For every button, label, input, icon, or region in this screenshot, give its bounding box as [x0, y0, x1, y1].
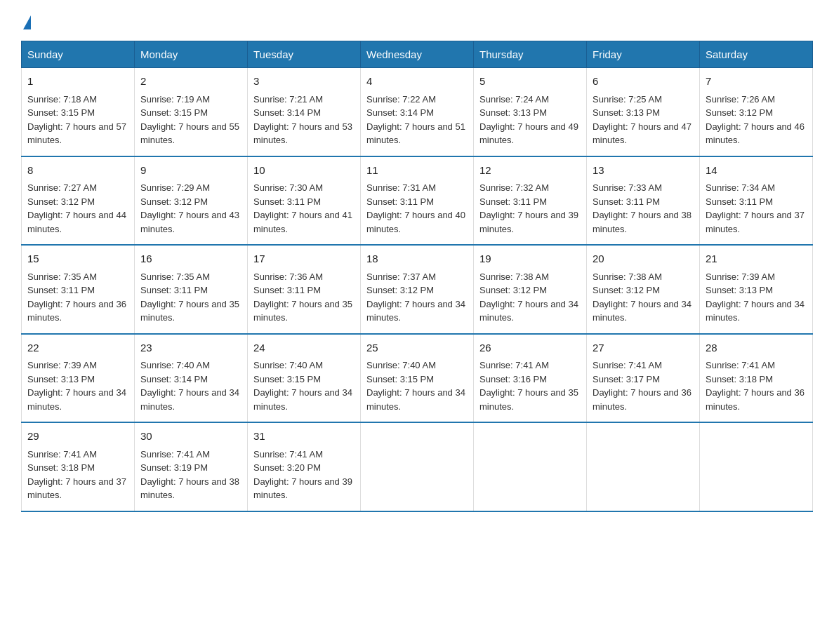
day-number: 12	[479, 163, 581, 179]
day-info: Sunrise: 7:36 AMSunset: 3:11 PMDaylight:…	[253, 271, 352, 323]
day-number: 18	[366, 251, 468, 267]
day-number: 17	[253, 251, 355, 267]
calendar-header-saturday: Saturday	[700, 41, 813, 68]
calendar-header-monday: Monday	[135, 41, 248, 68]
calendar-day-cell: 30 Sunrise: 7:41 AMSunset: 3:19 PMDaylig…	[135, 422, 248, 511]
calendar-day-cell: 10 Sunrise: 7:30 AMSunset: 3:11 PMDaylig…	[248, 156, 361, 246]
day-number: 19	[479, 251, 581, 267]
day-number: 28	[706, 340, 807, 356]
calendar-day-cell: 27 Sunrise: 7:41 AMSunset: 3:17 PMDaylig…	[587, 334, 700, 423]
day-info: Sunrise: 7:31 AMSunset: 3:11 PMDaylight:…	[366, 182, 465, 234]
calendar-day-cell: 15 Sunrise: 7:35 AMSunset: 3:11 PMDaylig…	[22, 245, 135, 334]
calendar-day-cell: 9 Sunrise: 7:29 AMSunset: 3:12 PMDayligh…	[135, 156, 248, 246]
day-info: Sunrise: 7:29 AMSunset: 3:12 PMDaylight:…	[140, 182, 239, 234]
calendar-day-cell: 26 Sunrise: 7:41 AMSunset: 3:16 PMDaylig…	[474, 334, 587, 423]
day-number: 31	[253, 429, 355, 445]
calendar-table: SundayMondayTuesdayWednesdayThursdayFrid…	[21, 41, 813, 512]
day-info: Sunrise: 7:41 AMSunset: 3:17 PMDaylight:…	[593, 360, 691, 412]
calendar-header-row: SundayMondayTuesdayWednesdayThursdayFrid…	[22, 41, 813, 68]
day-number: 14	[706, 163, 807, 179]
calendar-day-cell: 19 Sunrise: 7:38 AMSunset: 3:12 PMDaylig…	[474, 245, 587, 334]
day-number: 29	[27, 429, 128, 445]
calendar-day-cell: 14 Sunrise: 7:34 AMSunset: 3:11 PMDaylig…	[700, 156, 813, 246]
day-info: Sunrise: 7:38 AMSunset: 3:12 PMDaylight:…	[479, 271, 578, 323]
day-info: Sunrise: 7:21 AMSunset: 3:14 PMDaylight:…	[253, 94, 352, 146]
calendar-week-row: 1 Sunrise: 7:18 AMSunset: 3:15 PMDayligh…	[22, 68, 813, 156]
day-number: 6	[593, 74, 694, 90]
day-info: Sunrise: 7:41 AMSunset: 3:20 PMDaylight:…	[253, 449, 352, 501]
day-number: 9	[140, 163, 241, 179]
calendar-day-cell: 4 Sunrise: 7:22 AMSunset: 3:14 PMDayligh…	[361, 68, 474, 156]
day-info: Sunrise: 7:35 AMSunset: 3:11 PMDaylight:…	[27, 271, 126, 323]
day-info: Sunrise: 7:22 AMSunset: 3:14 PMDaylight:…	[366, 94, 465, 146]
day-number: 5	[479, 74, 581, 90]
day-number: 26	[479, 340, 581, 356]
day-number: 8	[27, 163, 128, 179]
calendar-day-cell	[587, 422, 700, 511]
calendar-day-cell: 5 Sunrise: 7:24 AMSunset: 3:13 PMDayligh…	[474, 68, 587, 156]
calendar-day-cell: 11 Sunrise: 7:31 AMSunset: 3:11 PMDaylig…	[361, 156, 474, 246]
day-info: Sunrise: 7:24 AMSunset: 3:13 PMDaylight:…	[479, 94, 578, 146]
calendar-day-cell: 28 Sunrise: 7:41 AMSunset: 3:18 PMDaylig…	[700, 334, 813, 423]
day-number: 23	[140, 340, 241, 356]
calendar-day-cell: 17 Sunrise: 7:36 AMSunset: 3:11 PMDaylig…	[248, 245, 361, 334]
calendar-day-cell: 2 Sunrise: 7:19 AMSunset: 3:15 PMDayligh…	[135, 68, 248, 156]
calendar-day-cell: 24 Sunrise: 7:40 AMSunset: 3:15 PMDaylig…	[248, 334, 361, 423]
calendar-header-friday: Friday	[587, 41, 700, 68]
calendar-day-cell	[700, 422, 813, 511]
calendar-day-cell: 1 Sunrise: 7:18 AMSunset: 3:15 PMDayligh…	[22, 68, 135, 156]
calendar-week-row: 22 Sunrise: 7:39 AMSunset: 3:13 PMDaylig…	[22, 334, 813, 423]
calendar-day-cell: 12 Sunrise: 7:32 AMSunset: 3:11 PMDaylig…	[474, 156, 587, 246]
day-info: Sunrise: 7:30 AMSunset: 3:11 PMDaylight:…	[253, 182, 352, 234]
day-number: 4	[366, 74, 468, 90]
day-info: Sunrise: 7:41 AMSunset: 3:18 PMDaylight:…	[706, 360, 805, 412]
calendar-day-cell: 22 Sunrise: 7:39 AMSunset: 3:13 PMDaylig…	[22, 334, 135, 423]
calendar-day-cell: 20 Sunrise: 7:38 AMSunset: 3:12 PMDaylig…	[587, 245, 700, 334]
day-number: 22	[27, 340, 128, 356]
calendar-day-cell	[361, 422, 474, 511]
day-number: 1	[27, 74, 128, 90]
day-info: Sunrise: 7:32 AMSunset: 3:11 PMDaylight:…	[479, 182, 578, 234]
calendar-day-cell: 18 Sunrise: 7:37 AMSunset: 3:12 PMDaylig…	[361, 245, 474, 334]
calendar-day-cell: 13 Sunrise: 7:33 AMSunset: 3:11 PMDaylig…	[587, 156, 700, 246]
day-number: 11	[366, 163, 468, 179]
day-info: Sunrise: 7:39 AMSunset: 3:13 PMDaylight:…	[706, 271, 805, 323]
calendar-week-row: 15 Sunrise: 7:35 AMSunset: 3:11 PMDaylig…	[22, 245, 813, 334]
logo-triangle-icon	[23, 15, 31, 29]
page-header	[21, 14, 813, 29]
calendar-day-cell: 6 Sunrise: 7:25 AMSunset: 3:13 PMDayligh…	[587, 68, 700, 156]
day-info: Sunrise: 7:41 AMSunset: 3:18 PMDaylight:…	[27, 449, 126, 501]
day-info: Sunrise: 7:35 AMSunset: 3:11 PMDaylight:…	[140, 271, 239, 323]
day-number: 21	[706, 251, 807, 267]
calendar-day-cell	[474, 422, 587, 511]
calendar-day-cell: 7 Sunrise: 7:26 AMSunset: 3:12 PMDayligh…	[700, 68, 813, 156]
calendar-header-thursday: Thursday	[474, 41, 587, 68]
day-info: Sunrise: 7:26 AMSunset: 3:12 PMDaylight:…	[706, 94, 805, 146]
day-info: Sunrise: 7:27 AMSunset: 3:12 PMDaylight:…	[27, 182, 126, 234]
calendar-day-cell: 21 Sunrise: 7:39 AMSunset: 3:13 PMDaylig…	[700, 245, 813, 334]
day-number: 25	[366, 340, 468, 356]
day-info: Sunrise: 7:40 AMSunset: 3:14 PMDaylight:…	[140, 360, 239, 412]
day-number: 13	[593, 163, 694, 179]
day-info: Sunrise: 7:34 AMSunset: 3:11 PMDaylight:…	[706, 182, 805, 234]
day-info: Sunrise: 7:40 AMSunset: 3:15 PMDaylight:…	[366, 360, 465, 412]
day-number: 15	[27, 251, 128, 267]
day-number: 30	[140, 429, 241, 445]
calendar-day-cell: 25 Sunrise: 7:40 AMSunset: 3:15 PMDaylig…	[361, 334, 474, 423]
day-info: Sunrise: 7:41 AMSunset: 3:16 PMDaylight:…	[479, 360, 578, 412]
logo	[21, 14, 31, 29]
day-number: 24	[253, 340, 355, 356]
calendar-day-cell: 8 Sunrise: 7:27 AMSunset: 3:12 PMDayligh…	[22, 156, 135, 246]
calendar-day-cell: 29 Sunrise: 7:41 AMSunset: 3:18 PMDaylig…	[22, 422, 135, 511]
calendar-day-cell: 23 Sunrise: 7:40 AMSunset: 3:14 PMDaylig…	[135, 334, 248, 423]
calendar-header-sunday: Sunday	[22, 41, 135, 68]
calendar-week-row: 29 Sunrise: 7:41 AMSunset: 3:18 PMDaylig…	[22, 422, 813, 511]
calendar-header-tuesday: Tuesday	[248, 41, 361, 68]
day-number: 16	[140, 251, 241, 267]
calendar-day-cell: 16 Sunrise: 7:35 AMSunset: 3:11 PMDaylig…	[135, 245, 248, 334]
day-info: Sunrise: 7:33 AMSunset: 3:11 PMDaylight:…	[593, 182, 691, 234]
day-number: 10	[253, 163, 355, 179]
day-info: Sunrise: 7:19 AMSunset: 3:15 PMDaylight:…	[140, 94, 239, 146]
day-info: Sunrise: 7:38 AMSunset: 3:12 PMDaylight:…	[593, 271, 691, 323]
day-number: 7	[706, 74, 807, 90]
